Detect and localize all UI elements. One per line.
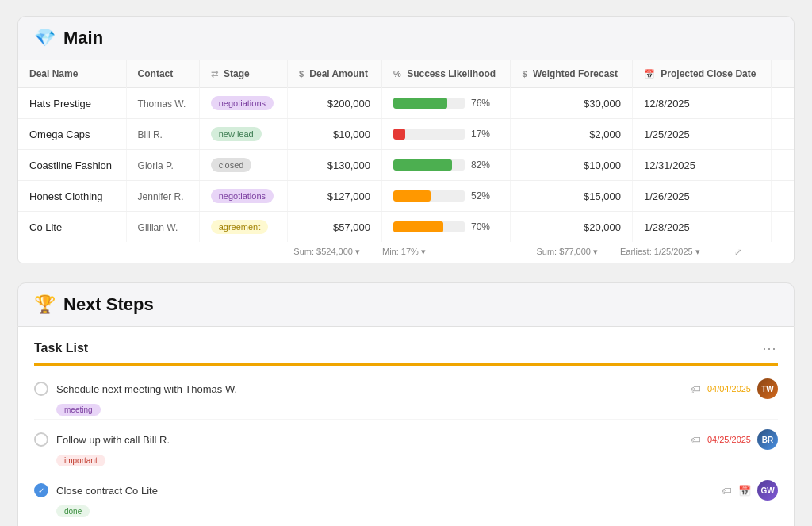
pct-label: 82% <box>471 159 493 171</box>
contact-cell: Thomas W. <box>138 98 186 109</box>
task-list-body: Schedule next meeting with Thomas W. 🏷 0… <box>34 369 778 520</box>
weighted-forecast-cell: $2,000 <box>589 129 621 140</box>
task-card: Task List ⋯ Schedule next meeting with T… <box>17 326 795 526</box>
contact-cell: Bill R. <box>138 129 163 140</box>
contact-cell: Gillian W. <box>138 222 178 233</box>
footer-likelihood-min[interactable]: Min: 17% ▾ <box>371 242 498 263</box>
stage-badge: closed <box>211 158 252 172</box>
footer-spacer-name <box>18 242 102 263</box>
task-item: Schedule next meeting with Thomas W. 🏷 0… <box>34 369 778 420</box>
task-avatar: TW <box>757 378 778 399</box>
stage-badge: negotiations <box>211 189 274 203</box>
deal-amount-cell: $130,000 <box>327 159 370 171</box>
main-icon: 💎 <box>34 28 56 48</box>
weighted-forecast-cell: $15,000 <box>584 190 621 202</box>
footer-weighted-sum[interactable]: Sum: $77,000 ▾ <box>498 242 609 263</box>
stage-badge: negotiations <box>211 96 274 110</box>
progress-bar-wrapper <box>393 98 465 109</box>
pct-label: 76% <box>471 98 493 109</box>
deal-name-cell: Omega Caps <box>29 129 90 140</box>
footer-close-date-earliest[interactable]: Earliest: 1/25/2025 ▾ <box>609 242 720 263</box>
stage-badge: agreement <box>211 220 269 234</box>
task-text: Follow up with call Bill R. <box>56 434 170 446</box>
task-tag: meeting <box>56 404 101 416</box>
add-task-row[interactable]: + Add new Task <box>34 520 778 526</box>
progress-bar-fill <box>393 221 443 232</box>
col-weighted-forecast: $ Weighted Forecast <box>511 60 633 88</box>
stage-badge: new lead <box>211 127 262 141</box>
deal-amount-cell: $127,000 <box>327 190 370 202</box>
weighted-forecast-cell: $30,000 <box>584 98 621 109</box>
next-steps-header: 🏆 Next Steps <box>17 282 795 326</box>
pct-label: 70% <box>471 221 493 232</box>
task-right: 🏷 📅 GW <box>722 480 778 501</box>
expand-icon[interactable]: ⤢ <box>731 244 745 261</box>
task-checkbox[interactable] <box>34 432 48 447</box>
task-left: Follow up with call Bill R. <box>34 432 170 447</box>
task-card-header: Task List ⋯ <box>34 327 778 366</box>
calendar-icon: 📅 <box>738 485 751 497</box>
next-steps-section: 🏆 Next Steps Task List ⋯ Schedule next m… <box>17 282 795 526</box>
task-item: Follow up with call Bill R. 🏷 04/25/2025… <box>34 420 778 470</box>
progress-bar-wrapper <box>393 190 465 202</box>
stage-sort-icon: ⇄ <box>211 69 218 79</box>
deal-name-cell: Hats Prestige <box>29 98 91 109</box>
close-date-cell: 1/28/2025 <box>644 221 690 233</box>
task-list-title: Task List <box>34 341 88 355</box>
progress-bar-fill <box>393 98 447 109</box>
tag-icon: 🏷 <box>691 383 701 395</box>
calendar-icon-header: 📅 <box>644 69 655 79</box>
task-checkbox-done[interactable]: ✓ <box>34 483 48 497</box>
likelihood-cell: 70% <box>393 221 499 232</box>
task-tag: important <box>56 455 105 466</box>
col-deal-amount: $ Deal Amount <box>287 60 381 88</box>
close-date-cell: 1/26/2025 <box>644 190 690 202</box>
table-row: Coastline FashionGloria P.closed$130,000… <box>18 150 794 181</box>
weighted-forecast-cell: $20,000 <box>584 221 621 233</box>
contact-cell: Gloria P. <box>138 160 174 171</box>
table-row: Hats PrestigeThomas W.negotiations$200,0… <box>18 88 794 119</box>
main-section: 💎 Main Deal Name Contact ⇄ Stage <box>17 16 795 263</box>
task-left: Schedule next meeting with Thomas W. <box>34 382 237 396</box>
weighted-forecast-cell: $10,000 <box>584 159 621 171</box>
task-avatar: BR <box>757 429 778 450</box>
likelihood-cell: 82% <box>393 159 499 171</box>
close-date-cell: 12/8/2025 <box>644 98 690 109</box>
footer-spacer-stage <box>173 242 268 263</box>
col-projected-close-date: 📅 Projected Close Date <box>633 60 772 88</box>
table-body: Hats PrestigeThomas W.negotiations$200,0… <box>18 88 794 243</box>
deal-name-cell: Honest Clothing <box>29 190 103 202</box>
task-row: Schedule next meeting with Thomas W. 🏷 0… <box>34 378 778 399</box>
next-steps-icon: 🏆 <box>34 294 56 315</box>
progress-bar-wrapper <box>393 129 465 140</box>
likelihood-cell: 76% <box>393 98 499 109</box>
deal-amount-cell: $10,000 <box>333 129 370 140</box>
task-date: 04/25/2025 <box>707 435 751 444</box>
tag-icon: 🏷 <box>691 434 701 446</box>
pct-label: 17% <box>471 129 493 140</box>
task-checkbox[interactable] <box>34 382 48 396</box>
deal-amount-cell: $57,000 <box>333 221 370 233</box>
table-row: Honest ClothingJennifer R.negotiations$1… <box>18 181 794 212</box>
close-date-cell: 1/25/2025 <box>644 129 690 140</box>
table-footer: Sum: $524,000 ▾ Min: 17% ▾ Sum: $77,000 … <box>18 242 794 263</box>
pct-label: 52% <box>471 190 493 202</box>
col-stage: ⇄ Stage <box>199 60 287 88</box>
table-row: Co LiteGillian W.agreement$57,000 70% $2… <box>18 212 794 243</box>
dollar-icon-forecast: $ <box>522 69 527 79</box>
footer-amount-sum[interactable]: Sum: $524,000 ▾ <box>268 242 371 263</box>
footer-spacer-contact <box>102 242 173 263</box>
task-text: Schedule next meeting with Thomas W. <box>56 383 237 395</box>
main-title: Main <box>63 28 103 48</box>
likelihood-cell: 52% <box>393 190 499 202</box>
progress-bar-fill <box>393 159 452 171</box>
task-tag: done <box>56 505 90 517</box>
col-contact: Contact <box>126 60 199 88</box>
task-item: ✓ Close contract Co Lite 🏷 📅 GW done <box>34 470 778 520</box>
task-right: 🏷 04/25/2025 BR <box>691 429 778 450</box>
task-right: 🏷 04/04/2025 TW <box>691 378 778 399</box>
close-date-cell: 12/31/2025 <box>644 159 695 171</box>
task-menu-button[interactable]: ⋯ <box>762 340 778 357</box>
next-steps-title: Next Steps <box>63 294 154 315</box>
page-wrapper: 💎 Main Deal Name Contact ⇄ Stage <box>17 16 795 526</box>
